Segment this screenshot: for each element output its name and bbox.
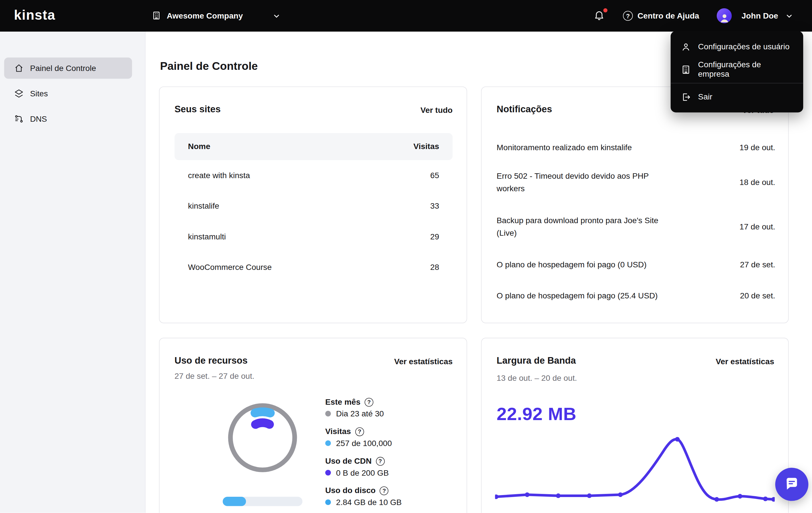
table-row[interactable]: WooCommerce Course 28 [175,252,453,282]
notifications-bell-button[interactable] [593,9,607,23]
resource-usage-gauge [221,396,304,479]
dns-route-icon [14,115,23,123]
notifications-list: Monitoramento realizado em kinstalife 19… [497,135,775,311]
disk-usage-progressbar [223,497,302,506]
legend-dot [325,470,331,476]
help-icon: ? [623,11,633,21]
table-row[interactable]: create with kinsta 65 [175,160,453,191]
notification-dot [604,8,608,12]
progressbar-fill [223,497,246,506]
help-icon[interactable]: ? [376,457,385,465]
sidebar-item-dashboard[interactable]: Painel de Controle [4,58,132,79]
bandwidth-period: 13 de out. – 20 de out. [497,373,577,383]
help-icon[interactable]: ? [380,486,388,495]
chat-launcher-button[interactable] [775,468,808,501]
legend-label: Uso de CDN [325,456,372,466]
notification-text: O plano de hospedagem foi pago (25.4 USD… [497,290,673,302]
sites-table: create with kinsta 65 kinstalife 33 kins… [175,160,453,282]
list-item[interactable]: Backup para download pronto para Joe's S… [497,205,775,249]
legend-group-disk: Uso do disco ? 2.84 GB de 10 GB [325,485,401,508]
menu-item-user-settings[interactable]: Configurações de usuário [671,35,803,58]
notification-date: 27 de set. [740,260,775,269]
list-item[interactable]: O plano de hospedagem foi pago (0 USD) 2… [497,249,775,280]
company-icon [681,64,691,75]
menu-item-label: Configurações de usuário [698,42,789,51]
legend-label: Este mês [325,397,360,407]
notification-date: 20 de set. [740,291,775,301]
legend-group-visits: Visitas ? 257 de 100,000 [325,426,401,449]
resources-legend: Este mês ? Dia 23 até 30 Visitas ? 257 d… [325,396,401,513]
legend-label: Visitas [325,427,351,436]
column-name: Nome [188,142,210,151]
legend-group-month: Este mês ? Dia 23 até 30 [325,396,401,420]
notification-date: 17 de out. [740,222,775,232]
menu-divider [671,83,803,84]
legend-dot [325,499,331,505]
bandwidth-stats-link[interactable]: Ver estatísticas [716,357,774,366]
kinsta-logo: Kinsta [14,7,55,23]
user-menu-trigger[interactable]: John Doe [717,0,793,32]
column-visits: Visitas [413,142,439,151]
resources-stats-link[interactable]: Ver estatísticas [394,357,453,366]
site-name: create with kinsta [188,171,250,180]
menu-item-company-settings[interactable]: Configurações de empresa [671,58,803,81]
avatar [717,8,732,23]
list-item[interactable]: Erro 502 - Timeout devido devido aos PHP… [497,160,775,205]
chat-icon [784,477,800,492]
avatar-person-icon [719,12,730,23]
resources-card-title: Uso de recursos [175,355,248,366]
chevron-down-icon [785,12,793,19]
notification-text: Erro 502 - Timeout devido devido aos PHP… [497,170,673,195]
menu-item-logout[interactable]: Sair [671,86,803,108]
legend-label: Uso do disco [325,486,376,495]
sidebar-item-label: Sites [30,89,48,98]
table-row[interactable]: kinstalife 33 [175,191,453,221]
legend-value: Dia 23 até 30 [336,409,384,418]
legend-value: 0 B de 200 GB [336,468,389,477]
resources-card: Uso de recursos Ver estatísticas 27 de s… [159,338,467,513]
app-root: Kinsta Awesome Company ? [0,0,812,513]
legend-dot [325,411,331,417]
site-name: kinstamulti [188,232,226,241]
topbar: Kinsta Awesome Company ? [0,0,812,32]
sites-table-header: Nome Visitas [175,133,453,160]
user-icon [681,41,691,52]
bandwidth-card-title: Largura de Banda [497,355,576,366]
sidebar-item-dns[interactable]: DNS [4,108,132,130]
company-selector[interactable]: Awesome Company [152,0,280,32]
help-center-label: Centro de Ajuda [637,11,699,21]
company-selector-label: Awesome Company [167,11,243,21]
legend-dot [325,440,331,446]
user-dropdown-menu: Configurações de usuário Configurações d… [671,31,803,112]
notifications-card: Notificações Ver tudo Monitoramento real… [481,87,789,323]
table-row[interactable]: kinstamulti 29 [175,221,453,252]
sidebar-item-label: DNS [30,114,47,124]
sidebar: Painel de Controle Sites DNS [0,32,146,513]
sites-view-all-link[interactable]: Ver tudo [420,106,453,115]
notification-date: 18 de out. [740,177,775,187]
company-icon [152,11,162,21]
menu-item-label: Configurações de empresa [698,60,793,79]
page-title: Painel de Controle [160,60,258,73]
help-icon[interactable]: ? [355,427,364,436]
home-icon [14,64,23,73]
legend-group-cdn: Uso de CDN ? 0 B de 200 GB [325,455,401,479]
sites-card: Seus sites Ver tudo Nome Visitas create … [159,87,467,323]
legend-value: 2.84 GB de 10 GB [336,497,402,507]
resources-period: 27 de set. – 27 de out. [175,371,255,381]
chevron-down-icon [273,12,280,19]
list-item[interactable]: O plano de hospedagem foi pago (25.4 USD… [497,280,775,311]
list-item[interactable]: Monitoramento realizado em kinstalife 19… [497,135,775,160]
notification-text: Monitoramento realizado em kinstalife [497,141,673,154]
sidebar-item-sites[interactable]: Sites [4,83,132,104]
bandwidth-total: 22.92 MB [497,404,576,424]
site-visits: 29 [430,232,439,241]
bandwidth-line-chart [495,435,775,513]
menu-item-label: Sair [698,92,712,102]
help-icon[interactable]: ? [365,398,374,406]
site-name: kinstalife [188,201,220,210]
notification-date: 19 de out. [740,143,775,152]
notification-text: Backup para download pronto para Joe's S… [497,214,673,239]
help-center-button[interactable]: ? Centro de Ajuda [623,0,699,32]
legend-value: 257 de 100,000 [336,438,392,448]
